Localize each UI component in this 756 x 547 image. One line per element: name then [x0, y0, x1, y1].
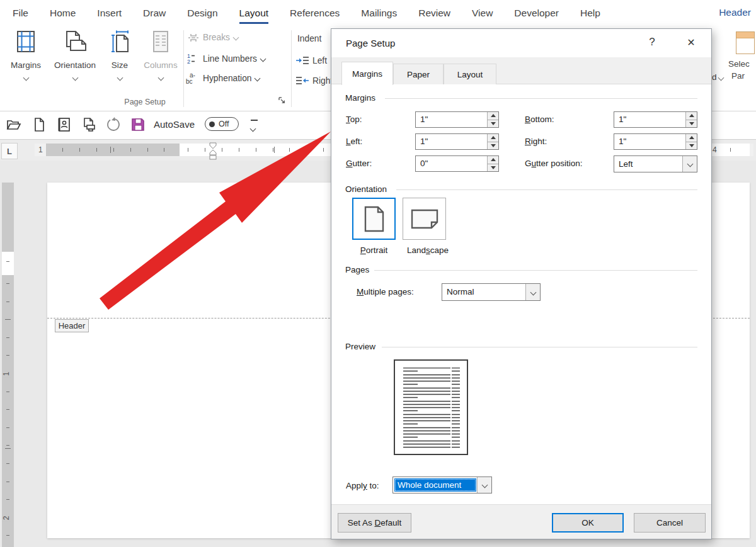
- margins-button[interactable]: Margins: [6, 30, 45, 102]
- menu-tab-mailings[interactable]: Mailings: [361, 8, 397, 19]
- tab-margins[interactable]: Margins: [341, 62, 393, 85]
- multiple-pages-dropdown[interactable]: Normal: [442, 283, 541, 301]
- chevron-down-icon: [158, 74, 164, 81]
- orientation-section-label: Orientation: [345, 184, 392, 194]
- dialog-footer: Set As Default OK Cancel: [331, 504, 711, 539]
- spin-down-button[interactable]: [488, 120, 498, 128]
- dropdown-button[interactable]: [525, 284, 540, 300]
- menu-tab-view[interactable]: View: [472, 8, 493, 19]
- bottom-margin-value: 1": [619, 115, 626, 124]
- gutter-position-dropdown[interactable]: Left: [614, 155, 697, 172]
- top-margin-input[interactable]: 1": [415, 111, 499, 128]
- breaks-icon: [188, 33, 199, 42]
- preview-text-lines: [395, 361, 467, 454]
- save-button[interactable]: [129, 116, 147, 133]
- print-preview-button[interactable]: [80, 116, 98, 133]
- down-arrow-icon: [689, 144, 694, 147]
- dropdown-button[interactable]: [682, 156, 697, 172]
- breaks-label: Breaks: [203, 33, 230, 42]
- ruler-margin-zone: [2, 183, 14, 252]
- open-file-button[interactable]: [5, 116, 23, 133]
- gutter-input[interactable]: 0": [415, 155, 499, 172]
- menu-tab-references[interactable]: References: [290, 8, 340, 19]
- bottom-margin-input[interactable]: 1": [614, 111, 697, 128]
- menu-tab-help[interactable]: Help: [580, 8, 600, 19]
- landscape-option[interactable]: [403, 198, 446, 240]
- selection-pane-label-line1[interactable]: Selec: [728, 59, 750, 69]
- tab-paper[interactable]: Paper: [393, 64, 444, 84]
- up-arrow-icon: [491, 158, 496, 161]
- ruler-tick-medium: [110, 147, 111, 153]
- portrait-label: Portrait: [352, 245, 396, 255]
- top-margin-value: 1": [420, 115, 428, 124]
- redo-button[interactable]: [105, 116, 122, 133]
- orientation-button[interactable]: Orientation: [50, 30, 100, 102]
- menu-tab-draw[interactable]: Draw: [143, 8, 166, 19]
- menu-tab-developer[interactable]: Developer: [514, 8, 559, 19]
- dialog-tab-strip: Margins Paper Layout: [331, 57, 711, 84]
- spin-down-button[interactable]: [488, 164, 498, 172]
- page-setup-dialog-launcher[interactable]: [277, 96, 287, 106]
- apply-to-dropdown[interactable]: Whole document: [392, 477, 492, 493]
- right-margin-input[interactable]: 1": [614, 133, 697, 150]
- line-numbers-icon: 1 2: [186, 53, 199, 64]
- size-button[interactable]: Size: [105, 30, 135, 102]
- customize-toolbar-button[interactable]: [251, 120, 258, 134]
- menu-tab-file[interactable]: File: [13, 8, 28, 19]
- ruler-tick-medium: [5, 448, 11, 449]
- right-margin-value: 1": [619, 137, 626, 146]
- menu-tab-review[interactable]: Review: [418, 8, 450, 19]
- left-margin-input[interactable]: 1": [415, 133, 499, 150]
- open-folder-icon: [6, 117, 21, 132]
- menu-tab-design[interactable]: Design: [187, 8, 217, 19]
- apply-to-label: Apply to:: [346, 481, 379, 490]
- down-arrow-icon: [689, 122, 694, 125]
- ruler-tick-medium: [5, 319, 11, 320]
- page-setup-group-label: Page Setup: [0, 98, 290, 106]
- spin-up-button[interactable]: [488, 156, 498, 164]
- section-rule: [396, 189, 697, 190]
- indent-marker[interactable]: [209, 142, 217, 162]
- dropdown-button[interactable]: [477, 477, 491, 493]
- spin-down-button[interactable]: [488, 142, 498, 150]
- contacts-button[interactable]: [55, 116, 73, 133]
- set-as-default-button[interactable]: Set As Default: [338, 513, 411, 533]
- breaks-button[interactable]: Breaks: [188, 33, 238, 42]
- up-arrow-icon: [689, 136, 694, 139]
- new-document-button[interactable]: [30, 116, 48, 133]
- menu-tab-home[interactable]: Home: [50, 8, 76, 19]
- margins-label: Margins: [6, 60, 45, 70]
- tab-layout[interactable]: Layout: [444, 64, 496, 84]
- autosave-toggle[interactable]: Off: [205, 117, 239, 131]
- indent-right-control[interactable]: Right: [296, 76, 333, 86]
- spin-up-button[interactable]: [686, 134, 697, 142]
- help-button[interactable]: ?: [645, 35, 659, 49]
- margins-section-label: Margins: [345, 93, 381, 103]
- indent-left-control[interactable]: Left: [296, 55, 327, 65]
- spin-down-button[interactable]: [686, 142, 697, 150]
- print-preview-icon: [81, 117, 96, 132]
- menu-tab-insert[interactable]: Insert: [97, 8, 122, 19]
- landscape-page-icon: [411, 209, 438, 229]
- selection-pane-label-line2: Par: [731, 71, 745, 81]
- line-numbers-button[interactable]: 1 2 Line Numbers: [186, 53, 265, 64]
- cancel-button[interactable]: Cancel: [634, 513, 706, 533]
- hyphenation-button[interactable]: a- bc Hyphenation: [185, 72, 260, 84]
- menu-tab-layout[interactable]: Layout: [239, 8, 269, 19]
- right-margin-label: Right:: [525, 137, 547, 146]
- spin-up-button[interactable]: [488, 112, 498, 120]
- columns-button[interactable]: Columns: [140, 30, 181, 102]
- close-icon[interactable]: ✕: [683, 35, 699, 49]
- spin-down-button[interactable]: [686, 120, 697, 128]
- ok-button[interactable]: OK: [552, 513, 624, 533]
- spin-up-button[interactable]: [488, 134, 498, 142]
- tab-stop-selector[interactable]: L: [1, 143, 18, 159]
- up-arrow-icon: [491, 114, 496, 117]
- hyphenation-icon: a- bc: [185, 72, 199, 84]
- indent-right-label: Right: [312, 76, 333, 86]
- orientation-label: Orientation: [50, 60, 100, 70]
- indent-marker-icon: [209, 142, 217, 160]
- chevron-down-icon: [687, 161, 693, 167]
- spin-up-button[interactable]: [686, 112, 697, 120]
- portrait-option[interactable]: [352, 198, 396, 240]
